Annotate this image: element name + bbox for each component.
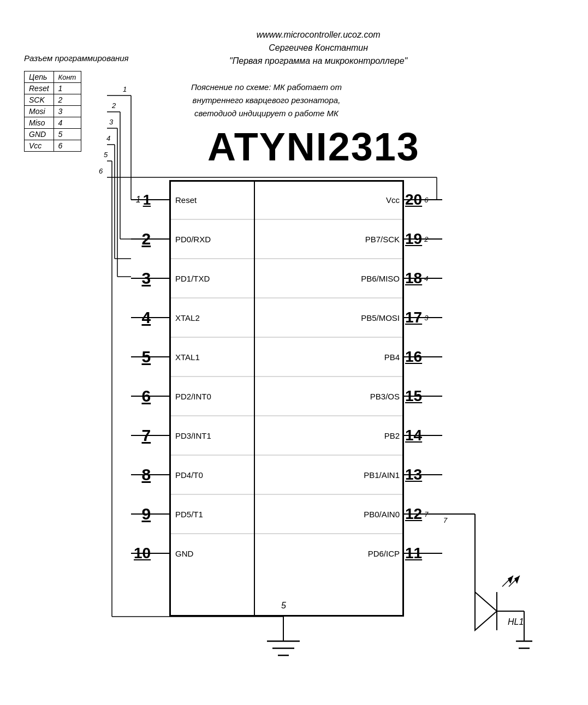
table-header-chain: Цепь [25,71,54,83]
table-cell-1: 1 [54,83,81,94]
table-cell-gnd: GND [25,129,54,140]
pin-name-pb0ain0: PB0/AIN0 [256,494,404,534]
right-pin-12: 12 [405,505,422,523]
pin-name-pb3os: PB3/OS [256,377,404,416]
right-pin-20-small: 6 [424,196,428,204]
pin-name-pd3int1: PD3/INT1 [171,416,254,455]
table-cell-6: 6 [54,140,81,152]
svg-marker-64 [508,576,513,584]
svg-marker-65 [514,576,520,584]
pin-name-pd4t0: PD4/T0 [171,455,254,494]
left-pin-10: 10 [134,545,151,562]
left-pin-6: 6 [141,387,151,405]
table-cell-3: 3 [54,106,81,117]
table-cell-5: 5 [54,129,81,140]
pin-name-reset: Reset [171,180,254,219]
right-pin-names: Vcc PB7/SCK PB6/MISO PB5/MOSI PB4 PB3/OS… [256,180,404,573]
right-pin-16: 16 [405,348,422,366]
right-pin-18: 18 [405,270,422,287]
pin-name-xtal2: XTAL2 [171,298,254,337]
pin-name-pb6miso: PB6/MISO [256,259,404,298]
right-pin-17: 17 [405,309,422,326]
left-pin-9: 9 [141,505,151,523]
right-pin-19: 19 [405,230,422,248]
table-cell-4: 4 [54,117,81,129]
left-pin-names: Reset PD0/RXD PD1/TXD XTAL2 XTAL1 PD2/IN… [171,180,254,573]
right-pin-11: 11 [405,545,422,562]
desc-line2: внутреннего кварцевого резонатора, [191,94,342,107]
header-website: wwww.microcontroller.ucoz.com Сергеичев … [229,28,407,68]
pin-name-pb7sck: PB7/SCK [256,219,404,259]
svg-text:4: 4 [106,134,110,142]
svg-text:HL1: HL1 [508,617,524,626]
svg-line-62 [502,576,513,587]
pin-name-xtal1: XTAL1 [171,337,254,377]
right-pin-numbers: 20 6 19 2 18 4 17 3 16 15 14 13 [405,180,428,573]
svg-text:7: 7 [443,516,448,524]
right-pin-15: 15 [405,387,422,405]
left-pin-4: 4 [141,308,151,327]
right-pin-19-small: 2 [424,235,428,243]
table-cell-reset: Reset [25,83,54,94]
pin-name-pb1ain1: PB1/AIN1 [256,455,404,494]
connector-table: Цепь Конт Reset 1 SCK 2 Mosi 3 Miso 4 GN… [24,71,81,152]
svg-text:5: 5 [104,151,108,159]
pin-name-pd1txd: PD1/TXD [171,259,254,298]
chip-name: ATYNI2313 [207,124,420,169]
left-pin-5: 5 [141,348,151,366]
right-pin-17-small: 3 [424,314,428,322]
pin-name-pb2: PB2 [256,416,404,455]
left-pin-1: 1 [143,192,151,208]
right-pin-12-small: 7 [424,510,428,518]
table-header-contact: Конт [54,71,81,83]
pin-name-gnd: GND [171,534,254,573]
website-line1: wwww.microcontroller.ucoz.com [229,28,407,41]
left-pin-8: 8 [141,465,151,484]
right-pin-13: 13 [405,466,422,483]
table-cell-2: 2 [54,94,81,106]
desc-line1: Пояснение по схеме: МК работает от [191,81,342,94]
svg-text:3: 3 [109,118,114,126]
website-line2: Сергеичев Константин [229,41,407,55]
table-cell-miso: Miso [25,117,54,129]
svg-line-63 [509,576,520,587]
website-line3: "Первая программа на микроконтроллере" [229,55,407,68]
desc-line3: светодиод индицирует о работе МК [191,107,342,120]
right-pin-20: 20 [405,191,422,208]
pin-name-vcc: Vcc [256,180,404,219]
pin-name-pd6icp: PD6/ICP [256,534,404,573]
table-cell-sck: SCK [25,94,54,106]
svg-marker-60 [475,592,497,630]
pin-name-pb4: PB4 [256,337,404,377]
pin-name-pd5t1: PD5/T1 [171,494,254,534]
table-cell-vcc: Vcc [25,140,54,152]
left-pin-3: 3 [141,269,151,288]
connector-label: Разъем программирования [24,53,129,63]
left-pin-7: 7 [141,426,151,445]
svg-text:2: 2 [111,101,116,110]
pin-name-pb5mosi: PB5/MOSI [256,298,404,337]
svg-text:1: 1 [123,85,127,93]
svg-text:6: 6 [99,167,103,175]
right-pin-14: 14 [405,427,422,444]
left-pin-numbers: 1 1 2 3 4 5 6 7 8 9 10 [134,180,154,573]
table-cell-mosi: Mosi [25,106,54,117]
left-pin-2: 2 [141,230,151,248]
pin-name-pd0rxd: PD0/RXD [171,219,254,259]
pin-name-pd2int0: PD2/INT0 [171,377,254,416]
right-pin-18-small: 4 [424,274,428,283]
description-text: Пояснение по схеме: МК работает от внутр… [191,81,342,120]
